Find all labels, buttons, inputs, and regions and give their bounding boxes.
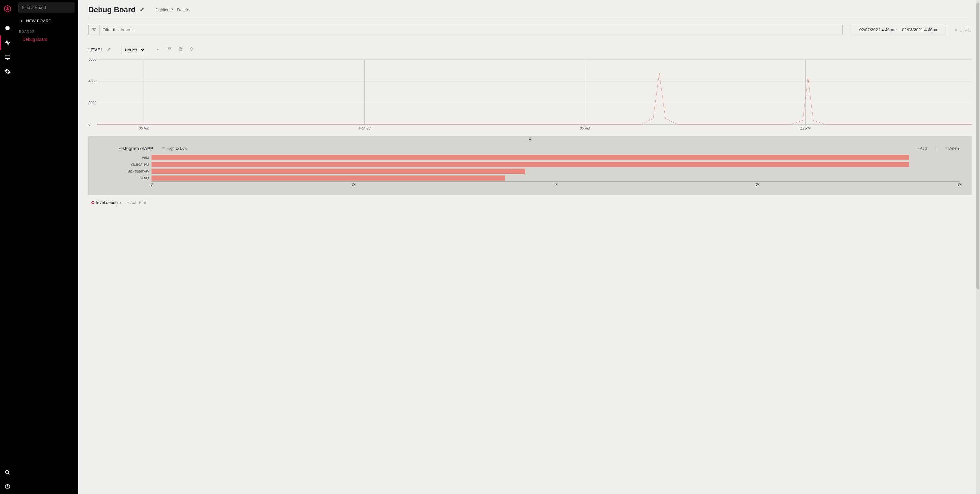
filter-box	[88, 25, 843, 35]
x-tick-label: 06 PM	[139, 126, 150, 130]
y-tick-label: 2000	[88, 101, 97, 105]
y-tick-label: 6000	[88, 57, 97, 62]
level-card-title: LEVEL	[88, 48, 103, 52]
collapse-icon[interactable]	[527, 138, 533, 143]
legend-row: level:debug ▾ + Add Plot	[88, 195, 972, 205]
logo-icon	[3, 5, 11, 13]
new-board-label: NEW BOARD	[26, 19, 52, 23]
histogram-x-tick: 4k	[554, 183, 558, 187]
histogram-panel: Histogram ofAPP High to Low + Add | × De…	[88, 136, 972, 195]
histogram-bar-row[interactable]: customers	[121, 161, 959, 168]
aggregation-select[interactable]: Counts	[121, 46, 145, 54]
histogram-bar-row[interactable]: vets	[121, 154, 959, 161]
svg-rect-6	[180, 48, 182, 51]
svg-point-3	[5, 470, 8, 473]
new-board-button[interactable]: NEW BOARD	[18, 17, 75, 27]
filter-input[interactable]	[100, 25, 842, 35]
x-tick-label: Mon 08	[358, 126, 371, 130]
y-tick-label: 0	[88, 122, 91, 127]
edit-card-icon[interactable]	[107, 47, 111, 52]
svg-rect-1	[6, 27, 9, 30]
nav-boards[interactable]	[0, 21, 15, 35]
chevron-down-icon: ▾	[119, 201, 121, 205]
nav-settings[interactable]	[0, 64, 15, 79]
svg-rect-7	[179, 48, 181, 50]
histogram-add-button[interactable]: + Add	[916, 146, 927, 151]
duplicate-card-icon[interactable]	[178, 47, 183, 53]
live-dot-icon	[955, 29, 957, 31]
side-panel: NEW BOARD BOARDS Debug Board	[15, 0, 78, 494]
delete-card-icon[interactable]	[189, 47, 194, 53]
main-content: Debug Board Duplicate Delete 02/07/2021 …	[78, 0, 980, 494]
sort-toggle[interactable]: High to Low	[162, 146, 187, 151]
histogram-title: Histogram ofAPP	[118, 146, 153, 151]
series-swatch-icon	[91, 201, 94, 204]
y-tick-label: 4000	[88, 79, 97, 83]
series-legend-item[interactable]: level:debug ▾	[91, 200, 121, 205]
nav-monitor[interactable]	[0, 50, 15, 64]
board-title: Debug Board	[88, 5, 135, 14]
board-header: Debug Board Duplicate Delete	[88, 0, 972, 17]
scrollbar-track[interactable]	[976, 0, 980, 494]
daterange-picker[interactable]: 02/07/2021 4:46pm — 02/08/2021 4:46pm	[851, 25, 946, 35]
boards-section-label: BOARDS	[18, 27, 75, 35]
chart-type-icon[interactable]	[156, 47, 161, 53]
x-tick-label: 12 PM	[800, 126, 811, 130]
nav-help[interactable]	[0, 480, 15, 494]
scrollbar-thumb[interactable]	[977, 2, 979, 289]
live-indicator[interactable]: LIVE	[955, 27, 972, 32]
nav-activity[interactable]	[0, 35, 15, 50]
board-search[interactable]	[18, 2, 75, 13]
edit-title-icon[interactable]	[140, 7, 145, 13]
histogram-bar-row[interactable]: api-gateway	[121, 168, 959, 175]
board-search-input[interactable]	[22, 5, 71, 10]
delete-button[interactable]: Delete	[177, 8, 189, 12]
board-link[interactable]: Debug Board	[18, 35, 75, 44]
histogram-x-tick: 2k	[352, 183, 356, 187]
series-label: level:debug	[96, 200, 118, 205]
histogram-delete-button[interactable]: × Delete	[945, 146, 959, 151]
histogram-category-label: visits	[121, 176, 151, 180]
svg-rect-2	[5, 55, 10, 59]
histogram-category-label: vets	[121, 155, 151, 160]
filter-icon[interactable]	[89, 25, 100, 35]
add-plot-button[interactable]: + Add Plot	[127, 200, 146, 205]
filter-card-icon[interactable]	[167, 47, 172, 53]
histogram-category-label: customers	[121, 162, 151, 167]
histogram-x-tick: 8k	[958, 183, 962, 187]
level-line-chart[interactable]: 06 PMMon 0806 AM12 PM 0200040006000	[88, 59, 972, 132]
histogram-x-tick: 6k	[756, 183, 760, 187]
svg-point-5	[7, 488, 8, 488]
histogram-bar-chart[interactable]: vetscustomersapi-gatewayvisits02k4k6k8k	[121, 154, 959, 187]
histogram-x-tick: 0	[151, 183, 153, 187]
histogram-category-label: api-gateway	[121, 169, 151, 173]
histogram-bar-row[interactable]: visits	[121, 175, 959, 181]
filter-row: 02/07/2021 4:46pm — 02/08/2021 4:46pm LI…	[88, 17, 972, 35]
nav-search[interactable]	[0, 465, 15, 480]
nav-rail	[0, 0, 15, 494]
live-label: LIVE	[959, 27, 972, 32]
x-tick-label: 06 AM	[580, 126, 590, 130]
duplicate-button[interactable]: Duplicate	[156, 8, 173, 12]
level-card-header: LEVEL Counts	[88, 35, 972, 58]
